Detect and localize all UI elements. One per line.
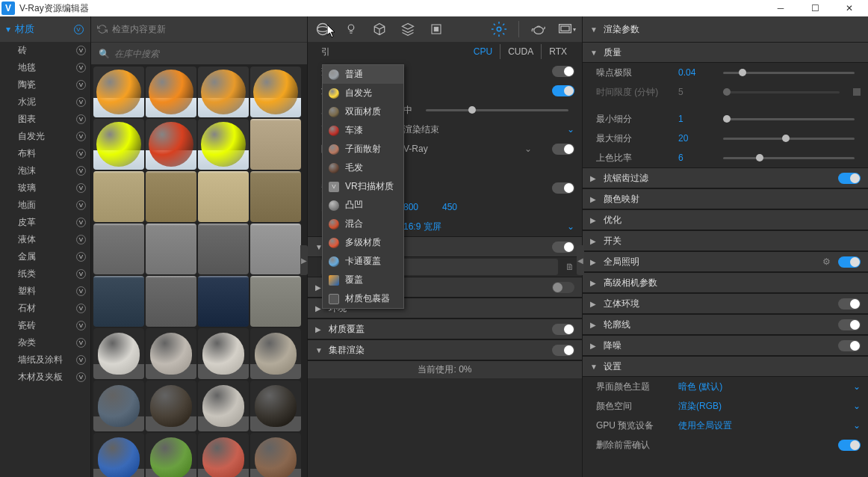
material-thumbnail[interactable] (198, 433, 249, 477)
dropdown-item[interactable]: 自发光 (323, 84, 403, 102)
color-ratio-value[interactable]: 6 (678, 153, 710, 163)
expand-handle[interactable]: ▶ (300, 245, 308, 275)
layers-icon[interactable] (399, 20, 417, 38)
denoise2-toggle[interactable] (838, 340, 861, 351)
category-header[interactable]: ▾ 材质 V (0, 16, 90, 42)
material-thumbnail[interactable] (93, 67, 144, 117)
dropdown-item[interactable]: 材质包裹器 (323, 289, 403, 308)
update-row[interactable]: 检查内容更新 (91, 16, 307, 42)
material-thumbnail[interactable] (93, 381, 144, 431)
dropdown-item[interactable]: 普通 (323, 65, 403, 84)
dropdown-item[interactable]: VVR扫描材质 (323, 177, 403, 196)
material-thumbnail[interactable] (93, 276, 144, 327)
right-header[interactable]: ▼渲染参数 (583, 16, 868, 42)
colormap-header[interactable]: ▶颜色映射 (583, 188, 868, 209)
sidebar-item[interactable]: 地毯V (0, 59, 90, 76)
chevron-down-icon[interactable]: ⌄ (853, 420, 861, 431)
sidebar-item[interactable]: 纸类V (0, 265, 90, 283)
gi-toggle[interactable] (838, 256, 861, 268)
camera-header[interactable]: ▶高级相机参数 (583, 272, 868, 293)
min-sub-value[interactable]: 1 (678, 114, 710, 124)
material-thumbnail[interactable] (146, 381, 196, 431)
adjust-icon[interactable]: ⚙ (822, 256, 831, 267)
gi-header[interactable]: ▶全局照明⚙ (583, 251, 868, 272)
teapot-icon[interactable] (530, 20, 548, 38)
dropdown-item[interactable]: 子面散射 (323, 140, 403, 159)
dropdown-item[interactable]: 卡通覆盖 (323, 252, 403, 271)
minimize-button[interactable]: ─ (763, 0, 798, 16)
material-thumbnail[interactable] (250, 171, 301, 222)
material-thumbnail[interactable] (198, 276, 249, 327)
theme-value[interactable]: 暗色 (默认) (678, 381, 722, 393)
material-override-header[interactable]: ▶材质覆盖 (308, 318, 582, 339)
safe-toggle[interactable] (552, 182, 574, 194)
sidebar-item[interactable]: 金属V (0, 248, 90, 265)
aa-toggle[interactable] (838, 173, 861, 184)
noise-limit-value[interactable]: 0.04 (678, 67, 710, 78)
light-icon[interactable] (342, 20, 360, 38)
vray-value[interactable]: V-Ray (403, 144, 428, 154)
material-thumbnail[interactable] (250, 119, 301, 170)
tab-cpu[interactable]: CPU (466, 44, 500, 59)
material-thumbnail[interactable] (198, 171, 249, 222)
sidebar-item[interactable]: 自发光V (0, 128, 90, 145)
max-sub-slider[interactable] (723, 138, 855, 140)
material-thumbnail[interactable] (146, 119, 196, 170)
chevron-down-icon[interactable]: ⌄ (524, 144, 532, 154)
denoise-header[interactable]: ▶降噪 (583, 335, 868, 356)
quality-slider[interactable] (426, 109, 568, 111)
material-thumbnail[interactable] (198, 119, 249, 170)
material-thumbnail[interactable] (198, 328, 249, 379)
dropdown-item[interactable]: 毛发 (323, 159, 403, 177)
sidebar-item[interactable]: 瓷砖V (0, 317, 90, 334)
material-thumbnail[interactable] (146, 276, 196, 327)
max-sub-value[interactable]: 20 (678, 133, 710, 144)
sidebar-item[interactable]: 液体V (0, 231, 90, 248)
width-value[interactable]: 800 (403, 202, 435, 212)
swarm-header[interactable]: ▼集群渲染 (308, 339, 582, 360)
sidebar-item[interactable]: 布料V (0, 145, 90, 162)
sidebar-item[interactable]: 陶瓷V (0, 76, 90, 93)
height-value[interactable]: 450 (442, 202, 474, 212)
gpu-value[interactable]: 使用全局设置 (678, 419, 732, 432)
sidebar-item[interactable]: 石材V (0, 300, 90, 317)
close-button[interactable]: ✕ (832, 0, 867, 16)
material-thumbnail[interactable] (146, 171, 196, 222)
material-thumbnail[interactable] (93, 171, 144, 222)
sidebar-item[interactable]: 玻璃V (0, 179, 90, 197)
material-thumbnail[interactable] (250, 381, 301, 431)
material-thumbnail[interactable] (250, 67, 301, 117)
sidebar-item[interactable]: 墙纸及涂料V (0, 351, 90, 369)
tab-rtx[interactable]: RTX (541, 44, 574, 59)
min-sub-slider[interactable] (723, 118, 855, 120)
settings-icon[interactable] (490, 20, 508, 38)
texture-icon[interactable] (427, 20, 445, 38)
anim-toggle[interactable] (552, 282, 574, 293)
maximize-button[interactable]: ☐ (798, 0, 832, 16)
material-thumbnail[interactable] (146, 224, 196, 274)
material-thumbnail[interactable] (198, 381, 249, 431)
aspect-value[interactable]: 16:9 宽屏 (403, 221, 441, 233)
sidebar-item[interactable]: 皮革V (0, 214, 90, 231)
material-thumbnail[interactable] (146, 328, 196, 379)
material-thumbnail[interactable] (198, 67, 249, 117)
sidebar-item[interactable]: 图表V (0, 111, 90, 128)
stereo-toggle[interactable] (838, 298, 861, 310)
settings-header[interactable]: ▼设置 (583, 356, 868, 377)
interactive-toggle[interactable] (552, 66, 574, 77)
collapse-handle[interactable]: ◀ (577, 245, 584, 275)
material-thumbnail[interactable] (250, 328, 301, 379)
swarm-toggle[interactable] (552, 345, 574, 356)
search-input[interactable] (114, 49, 300, 59)
dropdown-item[interactable]: 覆盖 (323, 271, 403, 289)
dropdown-item[interactable]: 车漆 (323, 121, 403, 140)
chevron-down-icon[interactable]: ⌄ (853, 401, 861, 411)
aa-header[interactable]: ▶抗锯齿过滤 (583, 167, 868, 188)
sidebar-item[interactable]: 泡沫V (0, 162, 90, 179)
chevron-down-icon[interactable]: ⌄ (567, 124, 574, 135)
material-thumbnail[interactable] (250, 224, 301, 274)
material-thumbnail[interactable] (93, 119, 144, 170)
frame-icon[interactable]: ▾ (558, 20, 576, 38)
noise-slider[interactable] (723, 72, 855, 74)
tab-cuda[interactable]: CUDA (500, 44, 541, 59)
